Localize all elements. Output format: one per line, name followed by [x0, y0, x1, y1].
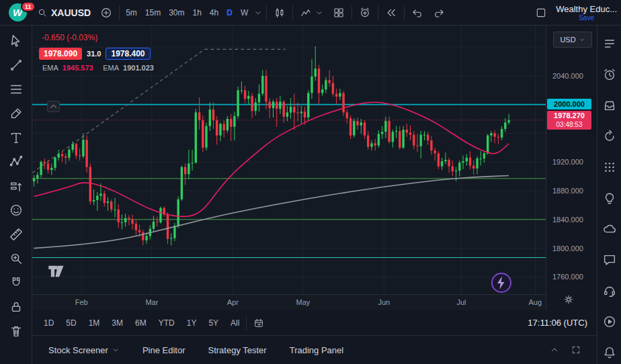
lock-drawings[interactable] [4, 295, 28, 319]
watchlist-icon [602, 36, 617, 51]
chat-panel[interactable] [599, 244, 620, 275]
ema-fast-legend[interactable]: EMA 1945.573 [39, 63, 97, 73]
range-button-1Y[interactable]: 1Y [182, 316, 202, 330]
sell-button[interactable]: 1978.090 [39, 48, 82, 60]
time-tick-Mar: Mar [145, 298, 158, 306]
emoji-tool[interactable] [4, 198, 28, 222]
layout-templates-button[interactable] [328, 3, 349, 23]
notification-badge[interactable]: 11 [21, 1, 36, 12]
footer-tab-pine-editor[interactable]: Pine Editor [142, 345, 185, 355]
footer-tab-strategy-tester[interactable]: Strategy Tester [208, 345, 266, 355]
remove-drawings[interactable] [4, 319, 28, 343]
save-layout-button[interactable]: Save [579, 14, 594, 21]
range-button-5Y[interactable]: 5Y [204, 316, 223, 330]
layout-name[interactable]: Wealthy Educ... [556, 4, 617, 14]
data-window-panel[interactable] [599, 152, 620, 183]
time-tick-Feb: Feb [75, 298, 88, 306]
price-axis[interactable]: USD 2040.0001920.0001880.0001840.0001800… [546, 26, 597, 310]
go-to-date-button[interactable] [249, 314, 269, 332]
toolbar-separator [292, 5, 293, 20]
utc-clock[interactable]: 17:11:06 (UTC) [528, 318, 590, 328]
forecast-icon [9, 179, 24, 193]
fib-retracement-icon [9, 82, 24, 97]
streams-panel[interactable] [599, 306, 620, 337]
magnet-mode[interactable] [4, 271, 28, 295]
trash-icon [9, 324, 24, 338]
support-panel[interactable] [599, 275, 620, 306]
toolbar-separator [246, 316, 247, 330]
indicators-button[interactable] [295, 3, 328, 23]
ema-fast-label: EMA [42, 64, 58, 72]
ideas-panel[interactable] [599, 183, 620, 214]
right-panel-rail [597, 26, 621, 364]
footer-tabs: Stock ScreenerPine EditorStrategy Tester… [48, 345, 343, 355]
interval-button-30m[interactable]: 30m [165, 4, 188, 21]
range-button-1D[interactable]: 1D [39, 316, 58, 330]
trendline-tool[interactable] [4, 53, 28, 77]
chevron-down-icon [315, 9, 323, 17]
symbol-search-button[interactable]: XAUUSD [32, 3, 95, 23]
undo-button[interactable] [407, 3, 428, 23]
replay-panel[interactable] [599, 121, 620, 152]
chevron-down-icon [254, 9, 262, 17]
time-tick-Jul: Jul [456, 298, 466, 306]
measure-tool[interactable] [4, 222, 28, 246]
interval-button-5m[interactable]: 5m [122, 4, 141, 21]
interval-dropdown-button[interactable] [252, 3, 264, 23]
price-level-badge: 2000.000 [547, 99, 591, 109]
cursor-tool[interactable] [4, 29, 28, 53]
chart-pane[interactable]: -0.650 (-0.03%) 1978.090 31.0 1978.400 E… [32, 26, 546, 294]
hotlists-panel[interactable] [599, 90, 620, 121]
interval-button-4h[interactable]: 4h [206, 4, 222, 21]
app-logo[interactable]: W 11 [3, 0, 32, 26]
time-tick-Aug: Aug [529, 298, 542, 306]
bar-countdown: 03:48:53 [547, 120, 591, 129]
footer-tab-trading-panel[interactable]: Trading Panel [290, 345, 343, 355]
footer-tab-stock-screener[interactable]: Stock Screener [48, 345, 120, 355]
currency-selector[interactable]: USD [553, 32, 592, 48]
redo-button[interactable] [428, 3, 450, 23]
price-tick: 1880.000 [552, 187, 583, 195]
interval-button-D[interactable]: D [222, 4, 237, 21]
fib-retracement-tool[interactable] [4, 77, 28, 101]
compare-add-symbol-button[interactable] [95, 3, 117, 23]
watchlist-panel[interactable] [599, 28, 620, 59]
range-button-1M[interactable]: 1M [84, 316, 105, 330]
minds-panel[interactable] [599, 214, 620, 244]
range-button-5D[interactable]: 5D [61, 316, 81, 330]
buy-button[interactable]: 1978.400 [106, 48, 150, 60]
interval-button-W[interactable]: W [237, 4, 252, 21]
interval-button-1h[interactable]: 1h [188, 4, 205, 21]
range-button-6M[interactable]: 6M [130, 316, 151, 330]
ema-slow-label: EMA [103, 64, 119, 72]
legend-collapse-button[interactable] [47, 101, 60, 112]
multichart-layout-button[interactable] [530, 3, 552, 23]
toolbar-separator [119, 5, 120, 20]
open-panel-button[interactable] [550, 345, 559, 355]
zoom-tool[interactable] [4, 246, 28, 271]
alerts-panel[interactable] [599, 59, 620, 90]
brush-tool[interactable] [4, 101, 28, 126]
range-button-All[interactable]: All [226, 316, 244, 330]
chart-style-button[interactable] [269, 3, 290, 23]
price-tick: 2040.000 [552, 72, 583, 80]
interval-button-15m[interactable]: 15m [141, 4, 165, 21]
bottom-panel-bar: Stock ScreenerPine EditorStrategy Tester… [32, 336, 597, 364]
notifications-panel[interactable] [599, 337, 620, 364]
pattern-tool[interactable] [4, 150, 28, 174]
price-scale-settings-button[interactable] [563, 293, 575, 306]
ema-fast-value: 1945.573 [63, 64, 93, 72]
range-button-YTD[interactable]: YTD [154, 316, 179, 330]
bar-replay-button[interactable] [380, 3, 402, 23]
range-button-3M[interactable]: 3M [107, 316, 128, 330]
create-alert-button[interactable] [354, 3, 376, 23]
time-axis[interactable]: FebMarAprMayJunJulAug [32, 294, 546, 310]
text-tool[interactable] [4, 126, 28, 150]
time-tick-Apr: Apr [227, 298, 239, 306]
ema-slow-legend[interactable]: EMA 1901.023 [99, 63, 157, 73]
footer-tab-label: Pine Editor [142, 345, 185, 355]
maximize-panel-button[interactable] [571, 345, 581, 355]
time-tick-Jun: Jun [378, 298, 390, 306]
forecast-tool[interactable] [4, 174, 28, 198]
boost-button[interactable] [491, 273, 511, 293]
